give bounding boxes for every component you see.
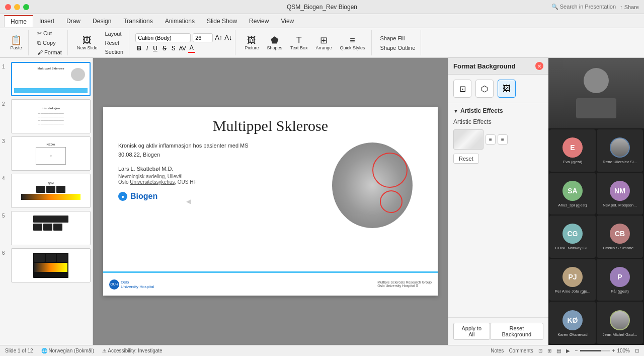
minimize-dot[interactable] xyxy=(14,4,20,10)
reset-effects-button[interactable]: Reset xyxy=(453,154,479,164)
tab-animations[interactable]: Animations xyxy=(159,16,201,27)
accessibility-label[interactable]: ⚠ Accessibility: Investigate xyxy=(102,348,163,353)
texture-icon-button[interactable]: ⬡ xyxy=(475,80,494,98)
copy-button[interactable]: ⧉ Copy xyxy=(35,39,64,47)
presenter-figure xyxy=(576,68,616,118)
notes-button[interactable]: Notes xyxy=(491,348,504,353)
comments-button[interactable]: Comments xyxy=(509,348,533,353)
status-bar: Slide 1 of 12 🌐 Norwegian (Bokmål) ⚠ Acc… xyxy=(0,345,644,356)
artistic-effects-header[interactable]: ▼ Artistic Effects xyxy=(453,107,543,114)
share-icon[interactable]: ↑ Share xyxy=(620,4,639,10)
textbox-button[interactable]: T Text Box xyxy=(287,35,311,51)
avatar-nm: NM xyxy=(610,181,630,201)
thumb3-label: NEDA xyxy=(46,143,55,146)
shape-format-group: Shape Fill Shape Outline xyxy=(375,30,422,55)
tab-transitions[interactable]: Transitions xyxy=(117,16,158,27)
strikethrough-button[interactable]: S̶ xyxy=(161,44,168,52)
picture-button[interactable]: 🖼 Picture xyxy=(242,35,262,51)
bold-button[interactable]: B xyxy=(135,44,143,52)
image-icon-button[interactable]: 🖼 xyxy=(498,80,516,98)
format-panel-header: Format Background ✕ xyxy=(448,58,548,75)
slide-footer: OUH OsloUniversity Hospital Multiple Scl… xyxy=(103,271,438,296)
zoom-slider[interactable] xyxy=(580,350,610,351)
shape-fill-button[interactable]: Shape Fill xyxy=(378,34,418,42)
slide-thumb-4[interactable]: 4 QSM xyxy=(2,174,91,208)
italic-button[interactable]: I xyxy=(145,44,149,52)
format-button[interactable]: 🖌 Format xyxy=(35,48,64,56)
close-dot[interactable] xyxy=(5,4,11,10)
thumb4-mri-2 xyxy=(46,186,55,193)
decrease-font-icon[interactable]: A↓ xyxy=(224,34,232,41)
participant-rene: Rene Ullerslev Si... xyxy=(597,129,643,172)
tab-review[interactable]: Review xyxy=(243,16,275,27)
shapes-button[interactable]: ⬟ Shapes xyxy=(264,35,286,51)
apply-to-all-button[interactable]: Apply to All xyxy=(453,323,490,340)
reset-button[interactable]: Reset xyxy=(102,39,126,47)
fill-icon-button[interactable]: ⊡ xyxy=(453,80,471,98)
tab-design[interactable]: Design xyxy=(87,16,117,27)
tab-draw[interactable]: Draw xyxy=(60,16,87,27)
reset-background-button[interactable]: Reset Background xyxy=(490,323,543,340)
section-button[interactable]: Section xyxy=(102,48,126,56)
format-panel-footer: Apply to All Reset Background xyxy=(448,317,548,345)
slide-thumb-img-5[interactable] xyxy=(11,211,91,245)
maximize-dot[interactable] xyxy=(23,4,29,10)
search-icon[interactable]: 🔍 Search in Presentation xyxy=(551,4,616,10)
effects-option-2[interactable]: ≡ xyxy=(498,134,508,145)
increase-font-icon[interactable]: A↑ xyxy=(215,34,222,41)
slide-number-4: 4 xyxy=(2,174,9,181)
slide-thumb-img-6[interactable] xyxy=(11,248,91,282)
slide-thumb-6[interactable]: 6 xyxy=(2,248,91,282)
slide-thumb-1[interactable]: 1 Multippel Sklerose xyxy=(2,62,91,96)
slide-thumb-2[interactable]: 2 Introduksjon ― ―――――――――― ―――――――――― ―… xyxy=(2,99,91,133)
zoom-level: 100% xyxy=(617,348,630,353)
brain-visual xyxy=(332,143,413,228)
window-controls[interactable] xyxy=(5,4,29,10)
tab-home[interactable]: Home xyxy=(4,15,33,27)
underline-button[interactable]: U xyxy=(151,44,159,52)
font-color-button[interactable]: A xyxy=(188,44,195,53)
title-bar-actions[interactable]: 🔍 Search in Presentation ↑ Share xyxy=(551,4,639,10)
fit-window-icon[interactable]: ⊡ xyxy=(635,348,639,353)
view-slideshow-icon[interactable]: ▶ xyxy=(566,348,570,353)
slide-thumb-img-3[interactable]: NEDA ⊕ xyxy=(11,136,91,171)
slide-number-6: 6 xyxy=(2,248,9,256)
char-spacing-button[interactable]: AV xyxy=(179,45,186,51)
name-jm: Jean-Michel Gaul... xyxy=(603,332,637,337)
name-cg: CONF Norway Gi... xyxy=(555,246,590,250)
cut-button[interactable]: ✂ Cut xyxy=(35,29,64,38)
tab-view[interactable]: View xyxy=(275,16,300,27)
view-reading-icon[interactable]: ▤ xyxy=(556,348,561,353)
effects-option-1[interactable]: ≡ xyxy=(486,134,496,145)
view-grid-icon[interactable]: ⊞ xyxy=(547,348,551,353)
tab-insert[interactable]: Insert xyxy=(33,16,60,27)
view-normal-icon[interactable]: ⊡ xyxy=(538,348,542,353)
participant-cb: CB Cecilia S Simone... xyxy=(597,216,643,258)
main-area: 1 Multippel Sklerose 2 Introduksjon ― xyxy=(0,58,644,345)
slide-thumb-img-1[interactable]: Multippel Sklerose xyxy=(11,62,91,96)
font-size-input[interactable] xyxy=(193,33,213,42)
slide-thumb-img-2[interactable]: Introduksjon ― ―――――――――― ―――――――――― ―――… xyxy=(11,99,91,133)
thumb4-colorbar xyxy=(21,194,80,200)
shadow-button[interactable]: S xyxy=(170,44,177,52)
avatar-eva: E xyxy=(562,137,583,158)
font-family-input[interactable] xyxy=(135,33,191,42)
zoom-in-icon[interactable]: + xyxy=(612,348,615,353)
layout-button[interactable]: Layout xyxy=(102,30,126,38)
quick-styles-button[interactable]: ≡ Quick Styles xyxy=(337,35,368,51)
slide-thumb-3[interactable]: 3 NEDA ⊕ xyxy=(2,136,91,171)
arrange-button[interactable]: ⊞ Arrange xyxy=(313,35,335,51)
zoom-out-icon[interactable]: − xyxy=(575,348,578,353)
tab-slideshow[interactable]: Slide Show xyxy=(201,16,243,27)
shape-outline-button[interactable]: Shape Outline xyxy=(378,44,418,52)
close-panel-button[interactable]: ✕ xyxy=(535,62,543,70)
new-slide-button[interactable]: 🖼 New Slide xyxy=(74,35,101,51)
paste-button[interactable]: 📋 Paste xyxy=(7,35,25,51)
collapse-panel-icon[interactable]: ◀ xyxy=(186,198,191,205)
presenter-head xyxy=(584,68,609,93)
slide-title: Multippel Sklerose xyxy=(118,117,423,134)
name-sa: Ahus_spi (gjest) xyxy=(558,203,587,207)
slide-thumb-img-4[interactable]: QSM xyxy=(11,174,91,208)
zoom-control[interactable]: − + 100% xyxy=(575,348,630,353)
slide-thumb-5[interactable]: 5 xyxy=(2,211,91,245)
